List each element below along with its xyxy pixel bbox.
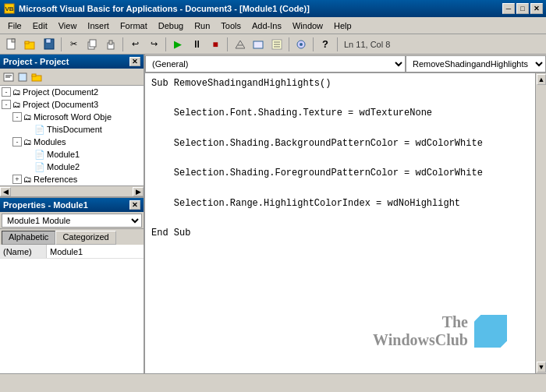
menu-window[interactable]: Window [288, 19, 328, 33]
menu-view[interactable]: View [54, 19, 82, 33]
expander-doc2[interactable]: - [2, 87, 11, 97]
menu-help[interactable]: Help [329, 19, 356, 33]
menu-run[interactable]: Run [190, 19, 214, 33]
tree-label-references: References [34, 175, 77, 184]
toolbar: ✂ ↩ ↪ ▶ ⏸ ■ ? Ln 11, Col 8 [0, 34, 546, 55]
tree-project-doc2[interactable]: - 🗂 Project (Document2 [0, 86, 144, 98]
toolbar-btn-run[interactable]: ▶ [169, 37, 186, 52]
menu-insert[interactable]: Insert [83, 19, 114, 33]
code-vscroll[interactable]: ▲ ▼ [535, 73, 546, 373]
tree-this-document[interactable]: 📄 ThisDocument [0, 123, 144, 136]
svg-rect-11 [109, 41, 112, 44]
toolbar-btn-copy[interactable] [83, 37, 101, 52]
tree-label-module1: Module1 [47, 150, 80, 159]
toolbar-btn-properties[interactable] [268, 37, 285, 52]
props-tabs: Alphabetic Categorized [0, 229, 144, 245]
project-panel-close[interactable]: ✕ [129, 57, 140, 66]
toolbar-btn-design[interactable] [231, 37, 248, 52]
code-panel: (General) RemoveShadingandHighlights Sub… [145, 55, 546, 373]
expander-word-obj[interactable]: - [12, 112, 22, 122]
app-icon: VB [3, 2, 16, 15]
toolbar-sep-4 [227, 37, 228, 51]
toolbar-btn-undo[interactable]: ↩ [126, 37, 144, 52]
toolbar-btn-explorer[interactable] [250, 37, 267, 52]
toolbar-btn-new[interactable] [3, 37, 20, 52]
svg-rect-24 [19, 73, 27, 81]
toolbar-btn-open[interactable] [22, 37, 39, 52]
toolbar-btn-objectbrowser[interactable] [292, 37, 310, 52]
props-row-name: (Name) Module1 [0, 245, 144, 259]
proj-view-object[interactable] [16, 71, 30, 83]
toolbar-btn-help[interactable]: ? [317, 37, 334, 52]
title-bar: VB Microsoft Visual Basic for Applicatio… [0, 0, 546, 17]
project-hscroll[interactable]: ◀ ▶ [0, 185, 144, 196]
toolbar-sep-3 [165, 37, 166, 51]
hscroll-left[interactable]: ◀ [0, 187, 11, 196]
expander-refs[interactable]: + [12, 175, 22, 184]
tree-label-module2: Module2 [47, 162, 80, 171]
tree-module1[interactable]: 📄 Module1 [0, 148, 144, 161]
toolbar-btn-stop[interactable]: ■ [207, 37, 224, 52]
status-position: Ln 11, Col 8 [344, 40, 390, 49]
toolbar-sep-6 [313, 37, 314, 51]
props-toolbar: Module1 Module [0, 212, 144, 229]
menu-file[interactable]: File [3, 19, 27, 33]
props-panel-title: Properties - Module1 [3, 200, 88, 210]
toolbar-sep-5 [289, 37, 289, 51]
props-panel-close[interactable]: ✕ [129, 200, 140, 210]
code-editor[interactable]: Sub RemoveShadingandHighlights() Selecti… [145, 73, 535, 373]
close-button[interactable]: ✕ [530, 3, 543, 14]
left-panel: Project - Project ✕ - 🗂 [0, 55, 145, 373]
vscroll-up[interactable]: ▲ [537, 74, 546, 85]
toolbar-btn-cut[interactable]: ✂ [65, 37, 82, 52]
tree-project-doc3[interactable]: - 🗂 Project (Document3 [0, 98, 144, 111]
menu-addins[interactable]: Add-Ins [247, 19, 286, 33]
project-panel-toolbar [0, 69, 144, 86]
hscroll-right[interactable]: ▶ [133, 187, 144, 196]
toolbar-btn-save[interactable] [41, 37, 58, 52]
toolbar-btn-redo[interactable]: ↪ [145, 37, 162, 52]
tree-word-objects[interactable]: - 🗂 Microsoft Word Obje [0, 111, 144, 123]
props-dropdown[interactable]: Module1 Module [2, 214, 142, 228]
menu-tools[interactable]: Tools [216, 19, 246, 33]
svg-rect-5 [25, 41, 29, 44]
project-panel: Project - Project ✕ - 🗂 [0, 55, 144, 198]
expander-modules[interactable]: - [12, 137, 22, 147]
expander-doc3[interactable]: - [2, 100, 11, 109]
menu-edit[interactable]: Edit [28, 19, 52, 33]
svg-marker-12 [236, 41, 245, 48]
props-key-name: (Name) [0, 245, 47, 258]
tree-modules-folder[interactable]: - 🗂 Modules [0, 136, 144, 148]
tree-label-thisdoc: ThisDocument [47, 125, 102, 134]
menu-bar: File Edit View Insert Format Debug Run T… [0, 17, 546, 34]
title-controls: ─ □ ✕ [502, 3, 543, 14]
tab-alphabetic[interactable]: Alphabetic [2, 231, 55, 245]
title-text: Microsoft Visual Basic for Applications … [19, 4, 499, 13]
svg-point-20 [300, 43, 303, 46]
tree-module2[interactable]: 📄 Module2 [0, 161, 144, 173]
menu-debug[interactable]: Debug [154, 19, 188, 33]
properties-panel: Properties - Module1 ✕ Module1 Module Al… [0, 198, 144, 373]
vscroll-down[interactable]: ▼ [537, 362, 546, 373]
minimize-button[interactable]: ─ [502, 3, 515, 14]
status-bar [0, 373, 546, 387]
tree-references[interactable]: + 🗂 References [0, 173, 144, 185]
tab-categorized[interactable]: Categorized [55, 231, 115, 245]
tree-label-word-obj: Microsoft Word Obje [34, 112, 112, 122]
project-panel-title: Project - Project [3, 57, 69, 66]
toolbar-sep-7 [337, 37, 338, 51]
svg-rect-7 [46, 39, 51, 43]
toolbar-btn-pause[interactable]: ⏸ [188, 37, 205, 52]
svg-rect-9 [90, 40, 96, 47]
proj-toggle-folders[interactable] [30, 71, 44, 83]
menu-format[interactable]: Format [115, 19, 152, 33]
toolbar-btn-paste[interactable] [102, 37, 119, 52]
code-general-dropdown[interactable]: (General) [145, 55, 406, 72]
code-proc-dropdown[interactable]: RemoveShadingandHighlights [406, 55, 546, 72]
tree-label-doc2: Project (Document2 [23, 87, 98, 97]
props-panel-titlebar: Properties - Module1 ✕ [0, 198, 144, 212]
code-editor-container: Sub RemoveShadingandHighlights() Selecti… [145, 73, 546, 373]
maximize-button[interactable]: □ [516, 3, 529, 14]
project-panel-titlebar: Project - Project ✕ [0, 55, 144, 69]
proj-view-code[interactable] [2, 71, 16, 83]
